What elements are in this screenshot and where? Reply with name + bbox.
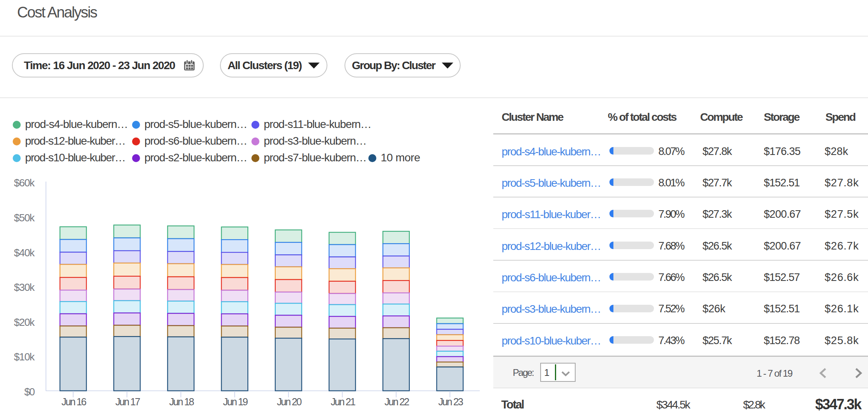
svg-text:$40k: $40k [14, 247, 35, 259]
svg-text:Jun 23: Jun 23 [438, 396, 463, 407]
svg-text:Jun 20: Jun 20 [277, 396, 302, 407]
svg-text:Jun 22: Jun 22 [384, 396, 409, 407]
svg-text:$50k: $50k [14, 212, 35, 224]
svg-text:Jun 19: Jun 19 [223, 396, 248, 407]
svg-text:$60k: $60k [14, 177, 35, 189]
svg-text:Jun 17: Jun 17 [115, 396, 140, 407]
svg-text:Jun 21: Jun 21 [331, 396, 355, 407]
svg-text:$10k: $10k [14, 351, 35, 363]
svg-text:$20k: $20k [14, 316, 35, 328]
svg-text:$0: $0 [24, 386, 35, 398]
svg-text:Jun 18: Jun 18 [169, 396, 194, 407]
svg-text:$30k: $30k [14, 281, 35, 293]
svg-text:Jun 16: Jun 16 [62, 396, 86, 407]
